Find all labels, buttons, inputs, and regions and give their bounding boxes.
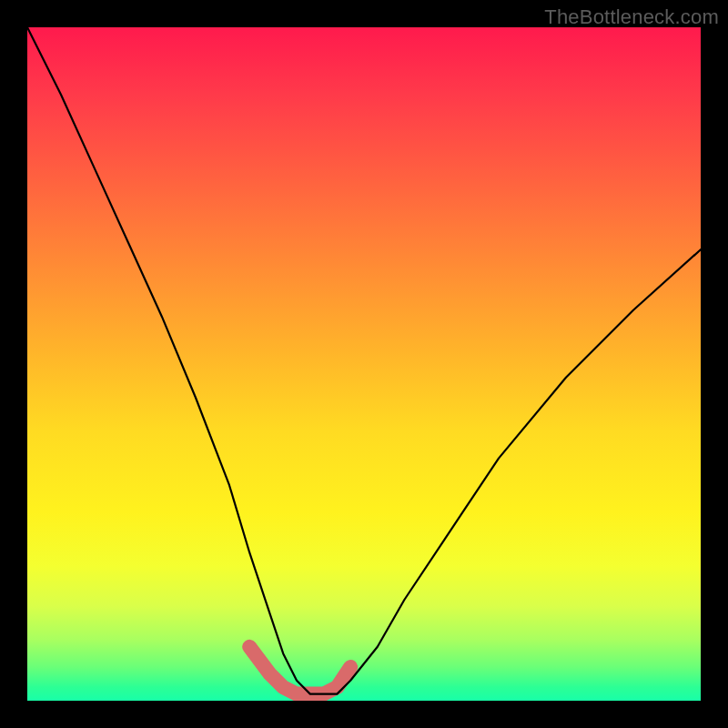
- curve-layer: [27, 27, 701, 701]
- watermark-text: TheBottleneck.com: [544, 5, 719, 29]
- chart-stage: TheBottleneck.com: [0, 0, 728, 728]
- plot-area: [27, 27, 701, 701]
- bottleneck-curve-path: [27, 27, 701, 694]
- highlight-segment-path: [249, 647, 350, 694]
